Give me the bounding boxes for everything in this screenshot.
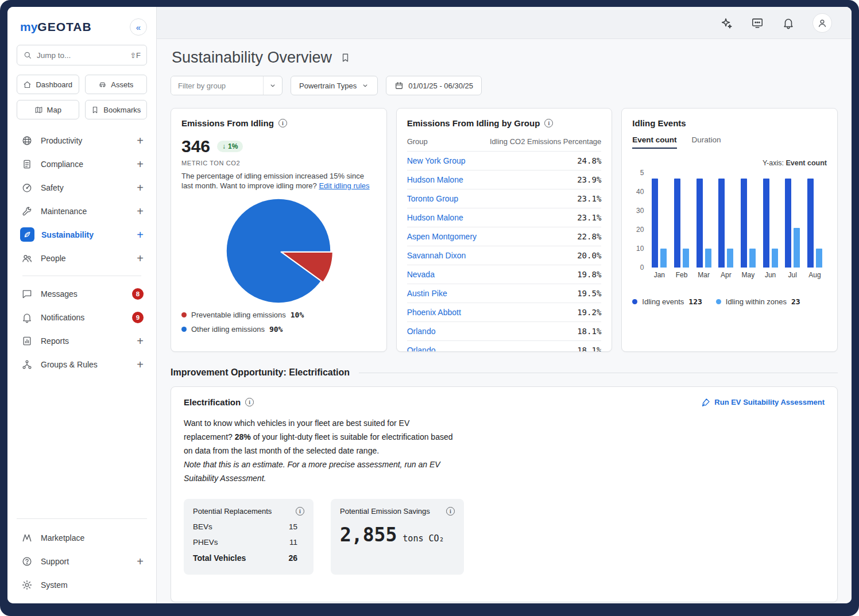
sidebar-item-system[interactable]: System — [13, 573, 150, 596]
expand-plus-icon[interactable]: + — [137, 253, 144, 264]
sidebar-item-reports[interactable]: Reports + — [13, 329, 150, 352]
group-link[interactable]: Hudson Malone — [407, 175, 463, 184]
mygeotab-logo: myGEOTAB — [20, 20, 92, 34]
arrow-down-icon: ↓ — [222, 142, 226, 150]
bar-group — [741, 179, 756, 268]
expand-plus-icon[interactable]: + — [137, 135, 144, 146]
x-axis-label: Mar — [697, 271, 711, 279]
search-icon — [23, 51, 32, 60]
sidebar-item-productivity[interactable]: Productivity + — [13, 129, 150, 152]
sidebar-item-label: Sustainability — [41, 230, 94, 239]
expand-plus-icon[interactable]: + — [137, 206, 144, 217]
card-title: Emissions From Idling — [181, 118, 274, 128]
legend-label: Idling within zones — [726, 297, 787, 306]
group-filter-caret[interactable] — [263, 76, 282, 95]
x-axis-label: Jun — [763, 271, 778, 279]
bar-idling-events — [785, 179, 791, 268]
sidebar-item-maintenance[interactable]: Maintenance + — [13, 199, 150, 223]
bar-group — [763, 179, 778, 268]
card-title: Emissions From Idling by Group — [407, 118, 540, 128]
group-table-header: Group Idling CO2 Emissions Percentage — [407, 137, 602, 152]
group-table-row: Austin Pike19.5% — [407, 284, 602, 303]
sidebar-item-label: Compliance — [41, 160, 83, 169]
logo-my: my — [20, 20, 37, 33]
group-percentage: 19.2% — [577, 308, 601, 317]
edit-idling-rules-link[interactable]: Edit idling rules — [319, 181, 369, 190]
legend-label: Idling events — [642, 297, 684, 306]
legend-value: 23 — [791, 297, 800, 306]
ai-sparkle-icon[interactable] — [719, 16, 733, 30]
date-range-label: 01/01/25 - 06/30/25 — [408, 82, 473, 90]
quick-nav-map[interactable]: Map — [17, 100, 79, 119]
sidebar-item-people[interactable]: People + — [13, 246, 150, 270]
chat-icon — [20, 287, 34, 301]
group-link[interactable]: Aspen Montgomery — [407, 232, 477, 241]
group-link[interactable]: Nevada — [407, 270, 435, 279]
bookmark-page-icon[interactable] — [340, 52, 351, 63]
expand-plus-icon[interactable]: + — [137, 182, 144, 193]
powertrain-types-dropdown[interactable]: Powertrain Types — [291, 76, 378, 95]
notifications-badge: 9 — [132, 312, 144, 323]
info-icon[interactable]: i — [446, 507, 455, 516]
sidebar-item-marketplace[interactable]: Marketplace — [13, 526, 150, 549]
group-link[interactable]: Savannah Dixon — [407, 251, 466, 260]
globe-icon — [20, 134, 34, 148]
sidebar-item-sustainability[interactable]: Sustainability + — [13, 223, 150, 246]
legend-value: 10% — [291, 311, 304, 319]
tab-event-count[interactable]: Event count — [632, 135, 676, 149]
sidebar-item-label: Notifications — [41, 313, 84, 322]
run-ev-assessment-link[interactable]: Run EV Suitability Assessment — [701, 398, 825, 407]
x-axis-label: Jul — [785, 271, 800, 279]
group-link[interactable]: Hudson Malone — [407, 213, 463, 222]
jump-to-search[interactable]: ⇧F — [17, 45, 147, 65]
account-avatar[interactable] — [812, 13, 832, 33]
bar-idling-events — [652, 179, 658, 268]
group-filter-input[interactable] — [171, 76, 263, 95]
group-table-row: Orlando18.1% — [407, 341, 602, 352]
group-link[interactable]: Austin Pike — [407, 289, 447, 298]
filter-bar: Powertrain Types 01/01/25 - 06/30/25 — [171, 76, 838, 95]
group-table-row: Savannah Dixon20.0% — [407, 246, 602, 265]
expand-plus-icon[interactable]: + — [137, 359, 144, 370]
feedback-icon[interactable] — [750, 16, 764, 30]
sidebar-collapse-button[interactable]: « — [130, 18, 147, 36]
quick-nav-dashboard[interactable]: Dashboard — [17, 75, 79, 94]
info-icon[interactable]: i — [544, 119, 553, 127]
quick-nav-assets[interactable]: Assets — [85, 75, 148, 94]
info-icon[interactable]: i — [278, 119, 287, 127]
group-link[interactable]: Orlando — [407, 346, 436, 352]
group-link[interactable]: Toronto Group — [407, 194, 459, 203]
expand-plus-icon[interactable]: + — [137, 229, 144, 241]
expand-plus-icon[interactable]: + — [137, 335, 144, 347]
hierarchy-icon — [20, 358, 34, 371]
legend-dot — [632, 299, 637, 304]
group-percentage: 19.5% — [577, 289, 601, 298]
bar-idling-events — [741, 179, 747, 268]
expand-plus-icon[interactable]: + — [137, 556, 144, 567]
group-link[interactable]: Orlando — [407, 327, 436, 336]
sidebar-item-compliance[interactable]: Compliance + — [13, 152, 150, 176]
sidebar-item-groups-rules[interactable]: Groups & Rules + — [13, 352, 150, 376]
date-range-picker[interactable]: 01/01/25 - 06/30/25 — [386, 76, 482, 95]
chevron-down-icon — [361, 82, 369, 90]
info-icon[interactable]: i — [296, 507, 304, 516]
bar-plot — [647, 173, 827, 268]
sidebar-item-notifications[interactable]: Notifications 9 — [13, 305, 150, 329]
section-divider — [359, 373, 838, 373]
mini-card-title: Potential Emission Savings — [340, 507, 430, 516]
sidebar-item-support[interactable]: Support + — [13, 549, 150, 573]
group-link[interactable]: New York Group — [407, 156, 466, 165]
bar-idling-events — [697, 179, 703, 268]
jump-to-input[interactable] — [37, 51, 125, 60]
sidebar-item-messages[interactable]: Messages 8 — [13, 282, 150, 305]
notifications-bell-icon[interactable] — [781, 16, 795, 30]
group-link[interactable]: Phoenix Abbott — [407, 308, 461, 317]
info-icon[interactable]: i — [245, 398, 254, 406]
legend-item-preventable: Preventable idling emissions 10% — [181, 311, 376, 319]
tab-duration[interactable]: Duration — [692, 135, 721, 149]
calendar-icon — [394, 81, 404, 90]
sidebar-item-safety[interactable]: Safety + — [13, 176, 150, 199]
expand-plus-icon[interactable]: + — [137, 158, 144, 170]
page-title: Sustainability Overview — [172, 49, 332, 67]
quick-nav-bookmarks[interactable]: Bookmarks — [85, 100, 148, 119]
